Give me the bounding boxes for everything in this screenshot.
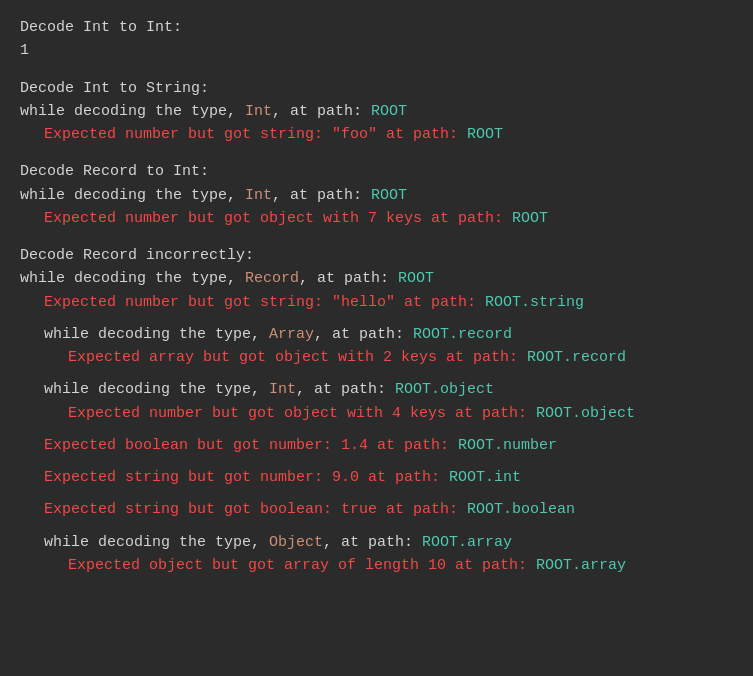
- output-line: [20, 522, 733, 531]
- output-line: while decoding the type, Int, at path: R…: [20, 184, 733, 207]
- output-line: while decoding the type, Record, at path…: [20, 267, 733, 290]
- text-part: at path:: [377, 501, 467, 518]
- output-line: [20, 425, 733, 434]
- text-part: Int: [245, 103, 272, 120]
- text-part: 9.0: [332, 469, 359, 486]
- section-decode-int-to-int: Decode Int to Int:1: [20, 16, 733, 63]
- text-part: ROOT.number: [458, 437, 557, 454]
- text-part: ROOT: [467, 126, 503, 143]
- output-line: Expected array but got object with 2 key…: [20, 346, 733, 369]
- output-line: while decoding the type, Object, at path…: [20, 531, 733, 554]
- text-part: , at path:: [272, 103, 371, 120]
- text-part: "hello": [332, 294, 395, 311]
- text-part: Object: [269, 534, 323, 551]
- text-part: ROOT: [371, 187, 407, 204]
- output-line: while decoding the type, Array, at path:…: [20, 323, 733, 346]
- section-decode-record-to-int: Decode Record to Int:while decoding the …: [20, 160, 733, 230]
- output-line: 1: [20, 39, 733, 62]
- text-part: ROOT.boolean: [467, 501, 575, 518]
- text-part: at path:: [368, 437, 458, 454]
- text-part: Expected number but got string:: [44, 126, 332, 143]
- output-line: while decoding the type, Int, at path: R…: [20, 378, 733, 401]
- output-line: [20, 489, 733, 498]
- text-part: , at path:: [323, 534, 422, 551]
- output-line: Expected boolean but got number: 1.4 at …: [20, 434, 733, 457]
- section-heading: Decode Int to String:: [20, 77, 733, 100]
- text-part: at path:: [359, 469, 449, 486]
- text-part: "foo": [332, 126, 377, 143]
- text-part: Expected string but got number:: [44, 469, 332, 486]
- text-part: , at path:: [299, 270, 398, 287]
- text-part: ROOT.array: [536, 557, 626, 574]
- output-line: Expected number but got object with 4 ke…: [20, 402, 733, 425]
- text-part: while decoding the type,: [20, 270, 245, 287]
- section-heading: Decode Int to Int:: [20, 16, 733, 39]
- text-part: ROOT.record: [413, 326, 512, 343]
- text-part: Expected number but got object with 4 ke…: [68, 405, 446, 422]
- text-part: Expected boolean but got number:: [44, 437, 341, 454]
- text-part: Expected object but got array of length …: [68, 557, 446, 574]
- output-line: Expected string but got number: 9.0 at p…: [20, 466, 733, 489]
- section-decode-int-to-string: Decode Int to String:while decoding the …: [20, 77, 733, 147]
- text-part: , at path:: [296, 381, 395, 398]
- section-heading: Decode Record to Int:: [20, 160, 733, 183]
- text-part: at path:: [446, 557, 536, 574]
- output-line: [20, 369, 733, 378]
- text-part: while decoding the type,: [20, 187, 245, 204]
- text-part: at path:: [395, 294, 485, 311]
- output-line: Expected object but got array of length …: [20, 554, 733, 577]
- text-part: , at path:: [272, 187, 371, 204]
- output-line: while decoding the type, Int, at path: R…: [20, 100, 733, 123]
- terminal-output: Decode Int to Int:1Decode Int to String:…: [20, 16, 733, 577]
- text-part: while decoding the type,: [44, 534, 269, 551]
- text-part: at path:: [377, 126, 467, 143]
- text-part: 1.4: [341, 437, 368, 454]
- text-part: ROOT.array: [422, 534, 512, 551]
- text-part: ROOT.record: [527, 349, 626, 366]
- text-part: ROOT.string: [485, 294, 584, 311]
- section-heading: Decode Record incorrectly:: [20, 244, 733, 267]
- text-part: 1: [20, 42, 29, 59]
- text-part: at path:: [446, 405, 536, 422]
- text-part: Expected array but got object with 2 key…: [68, 349, 437, 366]
- text-part: Int: [245, 187, 272, 204]
- text-part: ROOT: [398, 270, 434, 287]
- output-line: [20, 457, 733, 466]
- text-part: Expected string but got boolean:: [44, 501, 341, 518]
- output-line: Expected number but got object with 7 ke…: [20, 207, 733, 230]
- output-line: Expected number but got string: "foo" at…: [20, 123, 733, 146]
- text-part: at path:: [437, 349, 527, 366]
- section-decode-record-incorrectly: Decode Record incorrectly:while decoding…: [20, 244, 733, 577]
- text-part: ROOT: [512, 210, 548, 227]
- text-part: Record: [245, 270, 299, 287]
- text-part: Array: [269, 326, 314, 343]
- text-part: , at path:: [314, 326, 413, 343]
- text-part: ROOT.int: [449, 469, 521, 486]
- text-part: ROOT: [371, 103, 407, 120]
- text-part: ROOT.object: [536, 405, 635, 422]
- output-line: Expected number but got string: "hello" …: [20, 291, 733, 314]
- output-line: Expected string but got boolean: true at…: [20, 498, 733, 521]
- text-part: while decoding the type,: [44, 381, 269, 398]
- text-part: Expected number but got string:: [44, 294, 332, 311]
- text-part: true: [341, 501, 377, 518]
- text-part: while decoding the type,: [44, 326, 269, 343]
- text-part: Int: [269, 381, 296, 398]
- text-part: while decoding the type,: [20, 103, 245, 120]
- text-part: ROOT.object: [395, 381, 494, 398]
- text-part: at path:: [422, 210, 512, 227]
- text-part: Expected number but got object with 7 ke…: [44, 210, 422, 227]
- output-line: [20, 314, 733, 323]
